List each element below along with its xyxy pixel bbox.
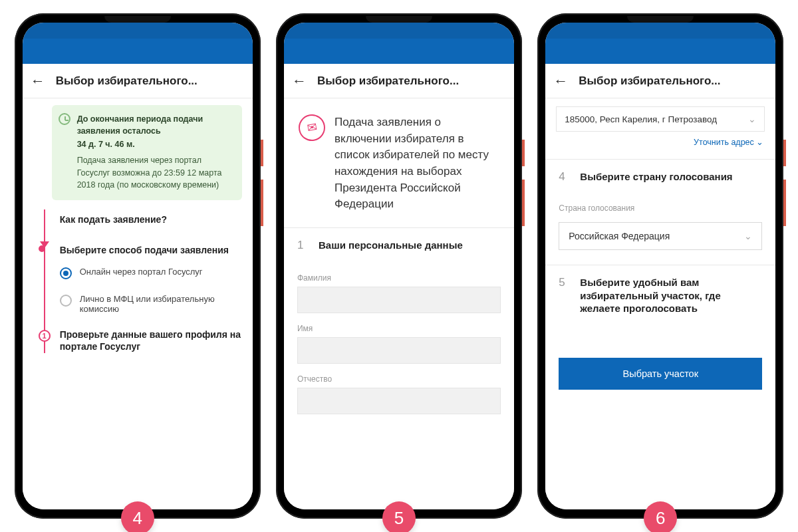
phone-side-button <box>261 180 263 226</box>
radio-icon <box>60 267 72 279</box>
radio-icon <box>60 295 72 307</box>
notice-countdown: 34 д. 7 ч. 46 м. <box>77 138 233 150</box>
verify-profile-heading: Проверьте данные вашего профиля на порта… <box>60 329 242 352</box>
slide-number-badge: 4 <box>121 501 154 532</box>
phone-mockup-5: ← Выбор избирательного... ✉ Подача заявл… <box>276 13 522 519</box>
steps-timeline: Как подать заявление? Выберите способ по… <box>23 209 253 353</box>
notice-title: До окончания периода подачи заявления ос… <box>77 113 233 137</box>
app-bar: ← Выбор избирательного... <box>23 64 253 98</box>
refine-address-link[interactable]: Уточнить адрес <box>545 132 775 159</box>
phone-mockup-4: ← Выбор избирательного... До окончания п… <box>15 13 261 519</box>
phone-side-button <box>522 140 525 166</box>
patronymic-input[interactable] <box>297 388 501 414</box>
choose-country-heading: Выберите страну голосования <box>580 170 732 184</box>
personal-data-form: Фамилия Имя Отчество <box>284 273 514 421</box>
status-bar <box>545 23 775 39</box>
option-online[interactable]: Онлайн через портал Госуслуг <box>60 267 242 279</box>
deadline-notice: До окончания периода подачи заявления ос… <box>52 105 242 200</box>
submission-method-group: Онлайн через портал Госуслуг Лично в МФЦ… <box>60 267 242 314</box>
slide-number-badge: 6 <box>644 501 677 532</box>
phone-mockup-6: ← Выбор избирательного... 185000, Респ К… <box>537 13 783 519</box>
slide-number-badge: 5 <box>382 501 416 532</box>
step-number: 4 <box>559 170 571 184</box>
option-mfc[interactable]: Лично в МФЦ или избирательную комиссию <box>60 294 242 314</box>
brand-band <box>545 39 775 64</box>
address-select[interactable]: 185000, Респ Карелия, г Петрозавод ⌄ <box>556 106 765 132</box>
option-online-label: Онлайн через портал Госуслуг <box>80 267 203 277</box>
notice-body: Подача заявления через портал Госуслуг в… <box>77 154 233 190</box>
status-bar <box>23 23 253 39</box>
personal-data-heading: Ваши персональные данные <box>319 239 463 252</box>
ballot-box-icon: ✉ <box>297 112 327 143</box>
back-icon[interactable]: ← <box>553 72 568 90</box>
phone-side-button <box>261 140 263 166</box>
status-bar <box>284 23 514 39</box>
option-mfc-label: Лично в МФЦ или избирательную комиссию <box>80 294 242 314</box>
phone-side-button <box>783 180 786 226</box>
phone-side-button <box>522 180 525 226</box>
back-icon[interactable]: ← <box>292 72 307 90</box>
step-number-badge: 1 <box>39 330 51 342</box>
page-title: Выбор избирательного... <box>56 74 198 88</box>
content-area: ✉ Подача заявления о включении избирател… <box>284 98 514 509</box>
choose-method-heading: Выберите способ подачи заявления <box>60 244 242 256</box>
phone-side-button <box>783 140 786 166</box>
choose-station-button[interactable]: Выбрать участок <box>559 358 762 390</box>
address-value: 185000, Респ Карелия, г Петрозавод <box>565 114 717 124</box>
back-icon[interactable]: ← <box>31 72 45 90</box>
patronymic-label: Отчество <box>297 374 501 384</box>
screen-4: ← Выбор избирательного... До окончания п… <box>23 23 253 509</box>
firstname-input[interactable] <box>297 337 501 364</box>
chevron-down-icon: ⌄ <box>748 114 756 124</box>
step-number: 1 <box>297 239 309 252</box>
page-title: Выбор избирательного... <box>317 74 459 88</box>
lastname-label: Фамилия <box>297 273 501 283</box>
brand-band <box>23 39 253 64</box>
step-number: 5 <box>559 276 571 315</box>
firstname-label: Имя <box>297 324 501 333</box>
content-area: До окончания периода подачи заявления ос… <box>23 98 253 509</box>
lastname-input[interactable] <box>297 287 501 313</box>
content-area: 185000, Респ Карелия, г Петрозавод ⌄ Уто… <box>545 98 775 509</box>
screen-6: ← Выбор избирательного... 185000, Респ К… <box>545 23 775 509</box>
chevron-down-icon: ⌄ <box>744 231 752 241</box>
app-bar: ← Выбор избирательного... <box>284 64 514 98</box>
country-label: Страна голосования <box>545 203 775 213</box>
country-value: Российская Федерация <box>569 231 670 241</box>
screen-5: ← Выбор избирательного... ✉ Подача заявл… <box>284 23 514 509</box>
brand-band <box>284 39 514 64</box>
choose-station-heading: Выберите удобный вам избирательный участ… <box>580 276 762 315</box>
page-title: Выбор избирательного... <box>579 74 720 88</box>
current-step-marker <box>39 245 45 252</box>
app-bar: ← Выбор избирательного... <box>545 64 775 98</box>
clock-icon <box>59 113 70 125</box>
how-to-apply-heading: Как подать заявление? <box>60 213 242 225</box>
application-heading: Подача заявления о включении избирателя … <box>334 114 499 213</box>
country-select[interactable]: Российская Федерация ⌄ <box>559 222 762 250</box>
